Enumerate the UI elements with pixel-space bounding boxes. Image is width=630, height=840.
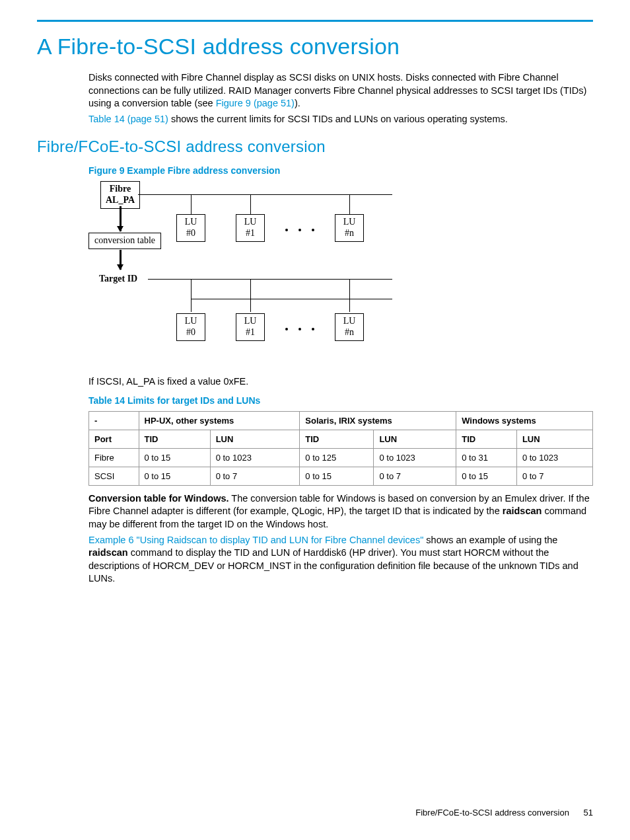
diagram-n1b: #1 [246, 327, 255, 337]
intro-paragraph-1: Disks connected with Fibre Channel displ… [88, 71, 593, 110]
top-rule [37, 20, 593, 22]
table-cell: 0 to 7 [374, 467, 456, 485]
heading-main: A Fibre-to-SCSI address conversion [37, 34, 593, 59]
footer-section: Fibre/FCoE-to-SCSI address conversion [415, 808, 569, 818]
table-header: Windows systems [456, 411, 593, 430]
intro-tail-2: shows the current limits for SCSI TIDs a… [168, 114, 508, 124]
table-cell: 0 to 125 [300, 448, 374, 467]
iscsi-note: If ISCSI, AL_PA is fixed a value 0xFE. [88, 375, 593, 389]
diagram-nna: #n [345, 228, 354, 238]
table-cell: SCSI [89, 467, 139, 485]
table-14: - HP-UX, other systems Solaris, IRIX sys… [88, 411, 593, 486]
figure-9-diagram: Fibre AL_PA conversion table Target ID L… [88, 181, 593, 366]
table-caption: Table 14 Limits for target IDs and LUNs [88, 395, 593, 406]
table-cell: 0 to 7 [210, 467, 300, 485]
diagram-lu-nb: LU [343, 316, 356, 326]
table-row: Port TID LUN TID LUN TID LUN [89, 430, 593, 448]
link-table14[interactable]: Table 14 (page 51) [88, 114, 168, 124]
diagram-lu-na: LU [343, 217, 356, 227]
table-cell: 0 to 15 [300, 467, 374, 485]
table-cell: 0 to 15 [139, 448, 210, 467]
ex-bold: raidscan [88, 547, 128, 558]
table-cell: 0 to 15 [456, 467, 517, 485]
table-cell: Fibre [89, 448, 139, 467]
diagram-conv-box: conversion table [88, 233, 161, 249]
table-header: LUN [516, 430, 592, 448]
heading-sub: Fibre/FCoE-to-SCSI address conversion [37, 137, 593, 156]
table-cell: 0 to 1023 [210, 448, 300, 467]
link-example6[interactable]: Example 6 "Using Raidscan to display TID… [88, 535, 423, 545]
diagram-target-label: Target ID [99, 274, 137, 284]
link-figure9[interactable]: Figure 9 (page 51) [216, 98, 295, 108]
conv-bold: Conversion table for Windows. [88, 493, 229, 504]
diagram-lu-1a: LU [244, 217, 257, 227]
table-header: TID [456, 430, 517, 448]
table-row: SCSI 0 to 15 0 to 7 0 to 15 0 to 7 0 to … [89, 467, 593, 485]
table-cell: 0 to 7 [516, 467, 592, 485]
ex-text-a: shows an example of using the [423, 535, 557, 545]
table-row: Fibre 0 to 15 0 to 1023 0 to 125 0 to 10… [89, 448, 593, 467]
diagram-n0a: #0 [186, 228, 195, 238]
table-header: TID [139, 430, 210, 448]
table-cell: 0 to 15 [139, 467, 210, 485]
table-header: LUN [210, 430, 300, 448]
diagram-n0b: #0 [186, 327, 195, 337]
table-header: Solaris, IRIX systems [300, 411, 456, 430]
table-header: Port [89, 430, 139, 448]
table-cell: 0 to 1023 [516, 448, 592, 467]
diagram-fibre-label: Fibre [110, 184, 131, 194]
table-cell: 0 to 31 [456, 448, 517, 467]
example-paragraph: Example 6 "Using Raidscan to display TID… [88, 534, 593, 586]
diagram-lu-1b: LU [244, 316, 257, 326]
footer-page-number: 51 [584, 808, 593, 818]
table-row: - HP-UX, other systems Solaris, IRIX sys… [89, 411, 593, 430]
table-header: HP-UX, other systems [139, 411, 300, 430]
intro-tail-1: ). [295, 98, 300, 108]
table-header: LUN [374, 430, 456, 448]
conv-bold2: raidscan [503, 506, 542, 516]
intro-text-1: Disks connected with Fibre Channel displ… [88, 72, 586, 108]
table-cell: 0 to 1023 [374, 448, 456, 467]
table-header: - [89, 411, 139, 430]
diagram-lu-0b: LU [185, 316, 197, 326]
figure-caption: Figure 9 Example Fibre address conversio… [88, 165, 593, 176]
diagram-lu-0a: LU [185, 217, 197, 227]
table-header: TID [300, 430, 374, 448]
ex-text-b: command to display the TID and LUN of Ha… [88, 547, 578, 584]
intro-paragraph-2: Table 14 (page 51) shows the current lim… [88, 113, 593, 126]
diagram-alpa-label: AL_PA [106, 195, 135, 205]
conversion-paragraph: Conversion table for Windows. The conver… [88, 492, 593, 531]
diagram-nnb: #n [345, 327, 354, 337]
page-footer: Fibre/FCoE-to-SCSI address conversion 51 [415, 808, 593, 818]
diagram-n1a: #1 [246, 228, 255, 238]
